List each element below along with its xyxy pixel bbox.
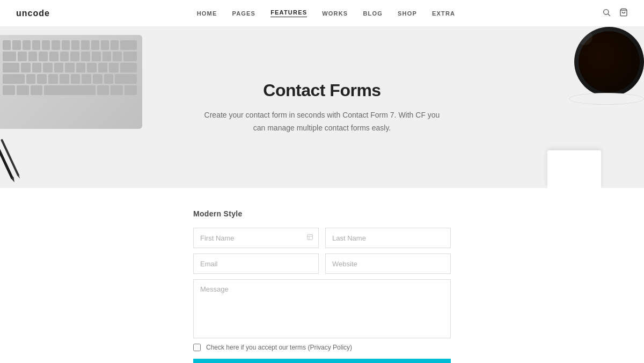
pens-decoration (11, 132, 20, 177)
nav-item-shop[interactable]: SHOP (398, 10, 417, 17)
nav-item-pages[interactable]: PAGES (232, 10, 255, 17)
checkbox-row: Check here if you accept our terms (Priv… (193, 344, 451, 351)
site-logo[interactable]: uncode (16, 9, 50, 18)
nav-item-home[interactable]: HOME (197, 10, 217, 17)
terms-checkbox[interactable] (193, 344, 201, 351)
form-row-contact (193, 253, 451, 274)
first-name-field (193, 228, 319, 248)
last-name-input[interactable] (325, 228, 451, 248)
contact-form: Check here if you accept our terms (Priv… (193, 228, 451, 363)
hero-subtitle: Create your contact form in seconds with… (204, 109, 440, 135)
hero-section: Contact Forms Create your contact form i… (0, 27, 644, 188)
search-icon[interactable] (602, 8, 611, 19)
svg-line-1 (608, 14, 610, 16)
form-row-names (193, 228, 451, 248)
website-input[interactable] (325, 253, 451, 274)
submit-button[interactable]: CONTACT (193, 359, 451, 363)
cart-icon[interactable] (619, 8, 628, 19)
keyboard-body (0, 35, 142, 129)
nav-item-works[interactable]: WORKS (322, 10, 348, 17)
hero-content: Contact Forms Create your contact form i… (204, 81, 440, 135)
website-field (325, 253, 451, 274)
coffee-cup-decoration (569, 27, 644, 105)
keyboard-decoration (0, 27, 156, 140)
svg-rect-3 (308, 235, 313, 240)
message-textarea[interactable] (193, 279, 451, 338)
field-icon (306, 234, 313, 242)
navbar-icons (602, 8, 628, 19)
nav-item-extra[interactable]: EXTRA (432, 10, 455, 17)
terms-label: Check here if you accept our terms (Priv… (206, 344, 352, 351)
last-name-field (325, 228, 451, 248)
notepad-decoration (547, 150, 601, 188)
nav-item-features[interactable]: FEATURES (270, 9, 307, 17)
email-input[interactable] (193, 253, 319, 274)
hero-title: Contact Forms (204, 81, 440, 100)
form-section-title: Modern Style (193, 209, 451, 218)
email-field (193, 253, 319, 274)
contact-form-section: Modern Style (193, 209, 451, 363)
main-content: Modern Style (0, 188, 644, 363)
navbar: uncode HOME PAGES FEATURES WORKS BLOG SH… (0, 0, 644, 27)
first-name-input[interactable] (193, 228, 319, 248)
svg-point-0 (604, 9, 609, 14)
nav-item-blog[interactable]: BLOG (363, 10, 383, 17)
nav-menu: HOME PAGES FEATURES WORKS BLOG SHOP EXTR… (197, 9, 456, 17)
